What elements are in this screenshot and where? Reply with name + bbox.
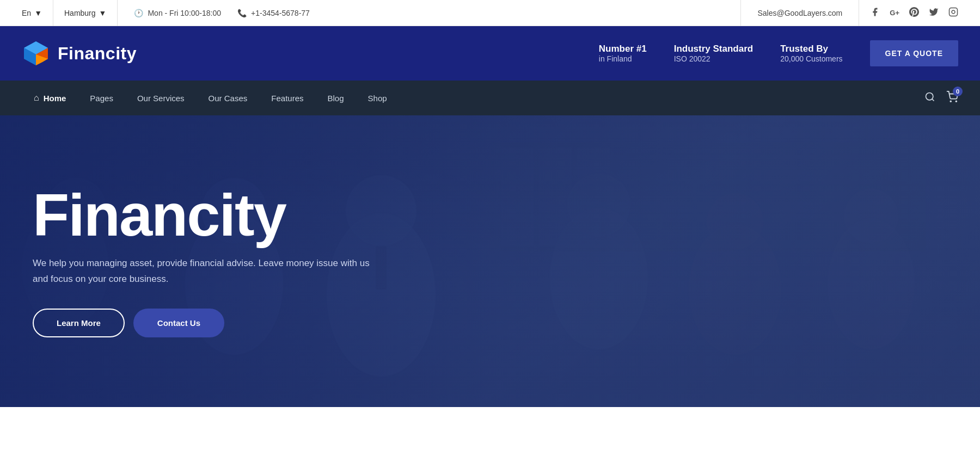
stat3-subtitle: 20,000 Customers — [780, 54, 842, 63]
header-stats: Number #1 in Finland Industry Standard I… — [599, 40, 958, 66]
location-selector[interactable]: Hamburg ▼ — [53, 0, 118, 26]
hero-buttons: Learn More Contact Us — [33, 309, 381, 337]
location-label: Hamburg — [64, 9, 96, 17]
language-chevron: ▼ — [34, 9, 42, 17]
twitter-link[interactable] — [929, 7, 939, 19]
svg-point-10 — [955, 101, 957, 102]
top-bar-info: 🕐 Mon - Fri 10:00-18:00 📞 +1-3454-5678-7… — [118, 9, 740, 17]
hours-text: Mon - Fri 10:00-18:00 — [148, 9, 221, 17]
hero-title: Financity — [33, 185, 381, 245]
svg-point-9 — [950, 101, 951, 102]
get-quote-button[interactable]: GET A QUOTE — [870, 40, 958, 66]
nav-item-blog[interactable]: Blog — [316, 81, 356, 115]
hours-info: 🕐 Mon - Fri 10:00-18:00 — [134, 9, 221, 17]
nav-pages-label: Pages — [90, 94, 113, 103]
stat2-subtitle: ISO 20022 — [674, 54, 753, 63]
nav-item-features[interactable]: Features — [259, 81, 315, 115]
googleplus-link[interactable]: G+ — [890, 9, 899, 17]
cart-count: 0 — [953, 87, 963, 96]
top-bar: En ▼ Hamburg ▼ 🕐 Mon - Fri 10:00-18:00 📞… — [0, 0, 980, 26]
hero-section: Financity We help you managing asset, pr… — [0, 115, 980, 407]
logo[interactable]: Financity — [22, 39, 137, 67]
nav-services-label: Our Services — [137, 94, 185, 103]
stat-industry-standard: Industry Standard ISO 20022 — [674, 44, 753, 63]
learn-more-button[interactable]: Learn More — [33, 309, 125, 337]
nav-item-home[interactable]: ⌂ Home — [22, 81, 78, 115]
cart-icon[interactable]: 0 — [946, 91, 958, 106]
instagram-link[interactable] — [948, 7, 958, 19]
phone-icon: 📞 — [237, 9, 247, 17]
language-label: En — [22, 9, 31, 17]
stat1-title: Number #1 — [599, 44, 647, 54]
pinterest-link[interactable] — [909, 7, 919, 19]
nav-item-shop[interactable]: Shop — [356, 81, 399, 115]
phone-info[interactable]: 📞 +1-3454-5678-77 — [237, 9, 310, 17]
nav-blog-label: Blog — [328, 94, 344, 103]
nav-right: 0 — [924, 91, 958, 106]
social-links: G+ — [859, 7, 969, 19]
logo-icon — [22, 39, 50, 67]
nav-items: ⌂ Home Pages Our Services Our Cases Feat… — [22, 81, 924, 115]
email-info[interactable]: Sales@GoodLayers.com — [740, 0, 859, 26]
hero-content: Financity We help you managing asset, pr… — [0, 185, 414, 338]
svg-line-8 — [932, 98, 934, 101]
stat1-subtitle: in Finland — [599, 54, 647, 63]
nav-home-label: Home — [44, 94, 66, 103]
stat2-title: Industry Standard — [674, 44, 753, 54]
logo-text: Financity — [58, 44, 137, 64]
clock-icon: 🕐 — [134, 9, 143, 17]
email-text: Sales@GoodLayers.com — [757, 9, 842, 17]
stat-trusted-by: Trusted By 20,000 Customers — [780, 44, 842, 63]
site-header: Financity Number #1 in Finland Industry … — [0, 26, 980, 81]
search-icon[interactable] — [924, 91, 935, 105]
nav-features-label: Features — [271, 94, 303, 103]
nav-item-our-cases[interactable]: Our Cases — [197, 81, 260, 115]
nav-shop-label: Shop — [368, 94, 387, 103]
location-chevron: ▼ — [99, 9, 107, 17]
svg-point-7 — [926, 93, 933, 100]
language-selector[interactable]: En ▼ — [11, 0, 53, 26]
contact-us-button[interactable]: Contact Us — [133, 309, 224, 337]
phone-text: +1-3454-5678-77 — [251, 9, 310, 17]
main-navigation: ⌂ Home Pages Our Services Our Cases Feat… — [0, 81, 980, 115]
home-icon: ⌂ — [34, 93, 39, 103]
stat3-title: Trusted By — [780, 44, 842, 54]
facebook-link[interactable] — [870, 7, 880, 19]
nav-cases-label: Our Cases — [209, 94, 248, 103]
hero-subtitle: We help you managing asset, provide fina… — [33, 256, 381, 287]
svg-rect-0 — [950, 8, 958, 16]
stat-number-one: Number #1 in Finland — [599, 44, 647, 63]
nav-item-pages[interactable]: Pages — [78, 81, 125, 115]
nav-item-our-services[interactable]: Our Services — [125, 81, 197, 115]
